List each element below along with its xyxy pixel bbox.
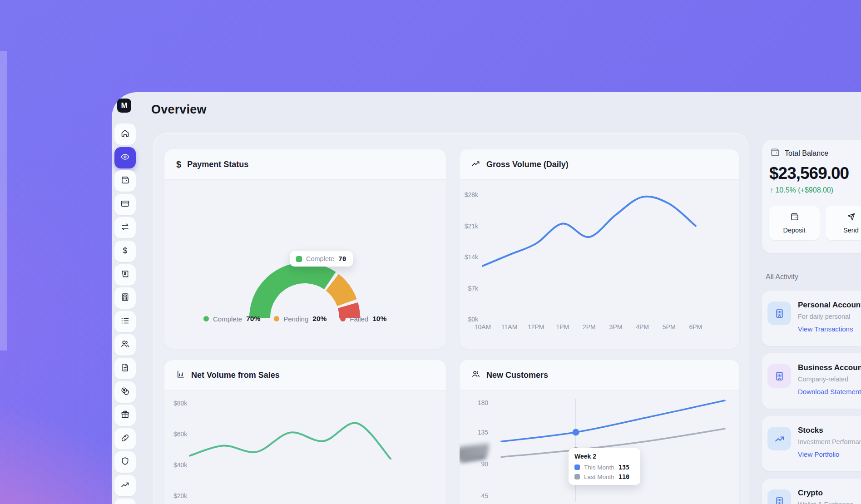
activity-item-stocks[interactable]: Stocks Investment Performance View Portf… bbox=[762, 416, 861, 471]
balance-label: Total Balance bbox=[785, 149, 828, 158]
svg-text:$28k: $28k bbox=[465, 191, 479, 198]
legend-item: Complete70% bbox=[203, 315, 260, 323]
sidebar-item-rewards[interactable] bbox=[114, 405, 136, 426]
background-light-strip bbox=[0, 51, 7, 351]
svg-text:$7k: $7k bbox=[468, 285, 479, 292]
trending-up-icon bbox=[120, 480, 130, 491]
svg-text:$20k: $20k bbox=[173, 492, 188, 499]
legend-item: Failed10% bbox=[340, 315, 386, 323]
app-logo-letter: M bbox=[121, 101, 127, 110]
legend-dot bbox=[203, 316, 209, 321]
deposit-label: Deposit bbox=[783, 227, 805, 234]
sidebar-item-analytics[interactable] bbox=[114, 475, 136, 496]
activity-item-business-account[interactable]: Business Account Company-related Downloa… bbox=[762, 353, 861, 409]
gross-volume-chart[interactable]: $28k$21k$14k$7k$0k10AM11AM12PM1PM2PM3PM4… bbox=[460, 179, 739, 349]
activity-title: Crypto bbox=[798, 489, 823, 498]
activity-item-personal-account[interactable]: Personal Account For daily personal View… bbox=[762, 291, 861, 346]
receipt-dollar-icon bbox=[120, 269, 130, 281]
activity-link[interactable]: View Transactions bbox=[798, 325, 853, 333]
new-customers-card: New Customers 1801359045 Week 2 This Mon… bbox=[460, 360, 739, 504]
dollar-icon bbox=[120, 246, 130, 257]
svg-text:45: 45 bbox=[481, 492, 488, 499]
activity-title: Business Account bbox=[798, 363, 861, 372]
tooltip-label: Last Month bbox=[584, 474, 614, 480]
sidebar-item-integrations[interactable] bbox=[114, 428, 136, 450]
sidebar-item-transfers[interactable] bbox=[114, 217, 136, 238]
sidebar-item-security[interactable] bbox=[114, 451, 136, 473]
tooltip-value: 110 bbox=[619, 473, 629, 480]
gross-volume-header: Gross Volume (Daily) bbox=[460, 149, 739, 180]
svg-text:$14k: $14k bbox=[465, 253, 479, 261]
card-title: Payment Status bbox=[187, 160, 248, 169]
send-button[interactable]: Send bbox=[826, 206, 861, 240]
tooltip-label: Complete bbox=[306, 255, 334, 262]
legend-dot bbox=[274, 316, 279, 321]
net-volume-chart[interactable]: $80k$60k$40k$20k bbox=[164, 390, 446, 504]
svg-text:5PM: 5PM bbox=[663, 323, 676, 331]
users-icon bbox=[471, 370, 480, 380]
card-title: New Customers bbox=[486, 371, 548, 380]
legend-dot bbox=[340, 316, 346, 321]
balance-header: Total Balance bbox=[770, 147, 861, 159]
activity-title: Personal Account bbox=[798, 301, 861, 310]
svg-text:180: 180 bbox=[478, 399, 489, 406]
legend-value: 20% bbox=[312, 315, 327, 323]
tooltip-title: Week 2 bbox=[574, 453, 634, 460]
balance-amount: $23,569.00 bbox=[769, 164, 861, 183]
all-activity-header: All Activity bbox=[766, 273, 798, 281]
activity-subtitle: Company-related bbox=[798, 376, 848, 383]
svg-text:$40k: $40k bbox=[173, 461, 188, 469]
net-volume-card: Net Volume from Sales $80k$60k$40k$20k bbox=[164, 360, 446, 504]
arrows-transfer-icon bbox=[120, 222, 130, 233]
bar-chart-icon bbox=[176, 370, 185, 380]
sidebar-item-home[interactable] bbox=[114, 124, 136, 145]
payment-status-legend: Complete70%Pending20%Failed10% bbox=[203, 315, 386, 323]
sidebar-item-coins[interactable] bbox=[114, 381, 136, 403]
new-customers-chart[interactable]: 1801359045 bbox=[460, 390, 739, 504]
tooltip-value: 70 bbox=[338, 255, 346, 262]
payment-status-card: $ Payment Status Complete 70 Complete70%… bbox=[164, 149, 446, 349]
tooltip-label: This Month bbox=[584, 464, 614, 471]
sidebar-item-calculator[interactable] bbox=[114, 287, 136, 309]
list-icon bbox=[120, 316, 130, 327]
sidebar-item-wallet[interactable] bbox=[114, 170, 136, 192]
building-icon bbox=[767, 364, 791, 388]
deposit-button[interactable]: Deposit bbox=[769, 206, 820, 240]
legend-label: Pending bbox=[283, 315, 308, 323]
this-month-swatch bbox=[574, 464, 580, 470]
balance-change: ↑ 10.5% (+$908.00) bbox=[770, 186, 861, 194]
sidebar-item-documents[interactable] bbox=[114, 358, 136, 379]
sidebar-item-cards[interactable] bbox=[114, 194, 136, 215]
eye-icon bbox=[120, 152, 130, 163]
activity-subtitle: For daily personal bbox=[798, 313, 850, 320]
page-title: Overview bbox=[151, 103, 207, 117]
svg-text:3PM: 3PM bbox=[609, 323, 623, 331]
sidebar-item-list[interactable] bbox=[114, 311, 136, 332]
wallet-icon bbox=[790, 212, 799, 223]
svg-text:135: 135 bbox=[478, 429, 489, 436]
activity-title: Stocks bbox=[798, 426, 823, 435]
svg-text:2PM: 2PM bbox=[583, 323, 596, 331]
svg-text:12PM: 12PM bbox=[528, 323, 544, 331]
app-logo[interactable]: M bbox=[117, 99, 131, 113]
svg-text:4PM: 4PM bbox=[636, 323, 649, 331]
sidebar-item-devices[interactable] bbox=[114, 499, 136, 504]
legend-item: Pending20% bbox=[274, 315, 327, 323]
activity-item-crypto[interactable]: Crypto Wallet & Exchange bbox=[762, 479, 861, 504]
trending-up-icon bbox=[767, 427, 791, 450]
activity-link[interactable]: Download Statement bbox=[798, 388, 861, 395]
sidebar-item-customers[interactable] bbox=[114, 334, 136, 356]
wallet-icon bbox=[770, 147, 780, 159]
card-title: Gross Volume (Daily) bbox=[486, 160, 569, 169]
sidebar-item-overview[interactable] bbox=[114, 147, 136, 168]
legend-label: Complete bbox=[213, 315, 242, 323]
sidebar-item-invoices[interactable] bbox=[114, 264, 136, 286]
balance-actions: Deposit Send bbox=[769, 206, 861, 240]
gross-volume-card: Gross Volume (Daily) $28k$21k$14k$7k$0k1… bbox=[460, 149, 739, 349]
sidebar-item-payments[interactable] bbox=[114, 241, 136, 262]
activity-link[interactable]: View Portfolio bbox=[798, 450, 839, 458]
users-icon bbox=[120, 339, 130, 351]
legend-value: 70% bbox=[246, 315, 260, 323]
sidebar bbox=[114, 124, 136, 504]
coins-icon bbox=[120, 386, 130, 398]
